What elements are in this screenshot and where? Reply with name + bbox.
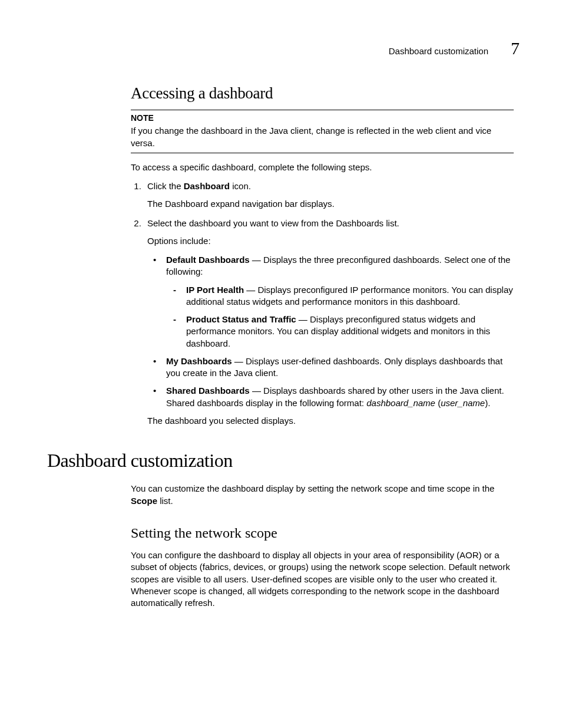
step2-text: Select the dashboard you want to view fr… <box>147 218 399 228</box>
note-label: NOTE <box>131 113 514 124</box>
option-default-label: Default Dashboards <box>166 255 250 265</box>
steps-list: Click the Dashboard icon. The Dashboard … <box>131 180 514 427</box>
step2-result: The dashboard you selected displays. <box>147 415 514 427</box>
section-heading-accessing: Accessing a dashboard <box>131 83 514 104</box>
customization-paragraph: You can customize the dashboard display … <box>131 483 514 507</box>
suboption-product-status: Product Status and Traffic — Displays pr… <box>184 314 514 350</box>
option-my-dashboards: My Dashboards — Displays user-defined da… <box>164 355 514 380</box>
option-default-dashboards: Default Dashboards — Displays the three … <box>164 254 514 350</box>
custom-para-post: list. <box>157 496 173 506</box>
network-scope-paragraph: You can configure the dashboard to displ… <box>131 549 514 609</box>
intro-paragraph: To access a specific dashboard, complete… <box>131 162 514 173</box>
option-shared-italic1: dashboard_name <box>366 398 435 408</box>
subsection-heading-network-scope: Setting the network scope <box>131 523 514 542</box>
options-list: Default Dashboards — Displays the three … <box>147 254 514 409</box>
suboption-ip-port-health: IP Port Health — Displays preconfigured … <box>184 284 514 308</box>
section-heading-customization: Dashboard customization <box>47 448 514 473</box>
step-2: Select the dashboard you want to view fr… <box>144 218 514 427</box>
running-header: Dashboard customization 7 <box>389 37 520 61</box>
page: Dashboard customization 7 Accessing a da… <box>0 0 562 728</box>
option-shared-dashboards: Shared Dashboards — Displays dashboards … <box>164 385 514 409</box>
option-shared-end: ). <box>485 398 490 408</box>
note-text: If you change the dashboard in the Java … <box>131 126 491 147</box>
step1-bold: Dashboard <box>184 181 230 191</box>
running-title: Dashboard customization <box>389 45 488 57</box>
custom-para-pre: You can customize the dashboard display … <box>131 483 494 493</box>
step1-text-post: icon. <box>230 181 251 191</box>
step2-options-label: Options include: <box>147 235 514 247</box>
option-shared-mid: ( <box>435 398 441 408</box>
option-shared-label: Shared Dashboards <box>166 386 250 396</box>
suboption-prod-label: Product Status and Traffic <box>186 314 296 324</box>
content-column: Accessing a dashboard NOTE If you change… <box>131 83 514 609</box>
option-shared-italic2: user_name <box>441 398 485 408</box>
step-1: Click the Dashboard icon. The Dashboard … <box>144 180 514 210</box>
option-my-label: My Dashboards <box>166 356 232 366</box>
suboption-ip-label: IP Port Health <box>186 285 244 295</box>
custom-para-bold: Scope <box>131 496 157 506</box>
note-block: NOTE If you change the dashboard in the … <box>131 110 514 153</box>
default-sublist: IP Port Health — Displays preconfigured … <box>166 284 514 350</box>
step1-text-pre: Click the <box>147 181 184 191</box>
step1-result: The Dashboard expand navigation bar disp… <box>147 198 514 210</box>
chapter-number: 7 <box>511 37 520 61</box>
